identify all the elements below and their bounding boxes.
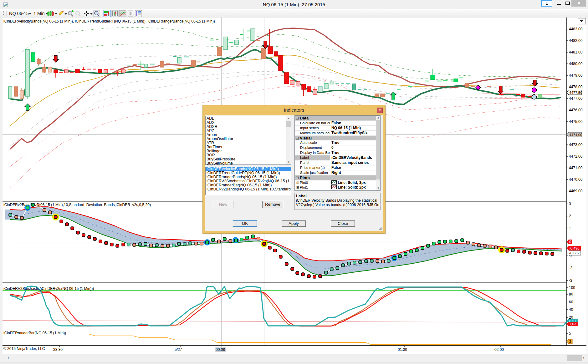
- svg-text:100: 100: [569, 286, 575, 290]
- svg-text:4475,00: 4475,00: [569, 119, 583, 124]
- svg-text:4477,00: 4477,00: [569, 96, 583, 101]
- svg-text:-0,832: -0,832: [569, 251, 580, 255]
- svg-text:3: 3: [569, 202, 571, 206]
- svg-text:4481,00: 4481,00: [569, 50, 583, 54]
- svg-text:1,03: 1,03: [569, 322, 576, 326]
- svg-text:4476,00: 4476,00: [569, 108, 583, 112]
- svg-text:1: 1: [569, 227, 571, 231]
- svg-text:4477,50: 4477,50: [569, 91, 582, 94]
- svg-text:4474,00: 4474,00: [569, 133, 582, 137]
- svg-text:4472,00: 4472,00: [569, 154, 583, 159]
- svg-text:4480,00: 4480,00: [569, 62, 583, 66]
- svg-text:-0,496: -0,496: [569, 246, 580, 250]
- svg-text:2: 2: [569, 340, 571, 343]
- svg-text:4478,00: 4478,00: [569, 85, 583, 89]
- svg-text:80: 80: [569, 292, 573, 296]
- svg-text:-3: -3: [569, 278, 572, 283]
- svg-text:60: 60: [569, 300, 573, 304]
- svg-text:-2: -2: [569, 266, 572, 270]
- svg-text:5: 5: [569, 331, 571, 336]
- svg-text:4482,00: 4482,00: [569, 38, 583, 43]
- svg-text:4483,00: 4483,00: [569, 27, 583, 31]
- svg-text:4471,00: 4471,00: [569, 166, 583, 170]
- svg-text:4469,00: 4469,00: [569, 189, 583, 193]
- svg-text:40: 40: [569, 307, 573, 312]
- svg-text:4479,00: 4479,00: [569, 73, 583, 78]
- svg-text:0: 0: [569, 240, 571, 244]
- svg-text:4473,00: 4473,00: [569, 143, 583, 147]
- svg-text:2: 2: [569, 214, 571, 218]
- svg-text:4470,00: 4470,00: [569, 177, 583, 182]
